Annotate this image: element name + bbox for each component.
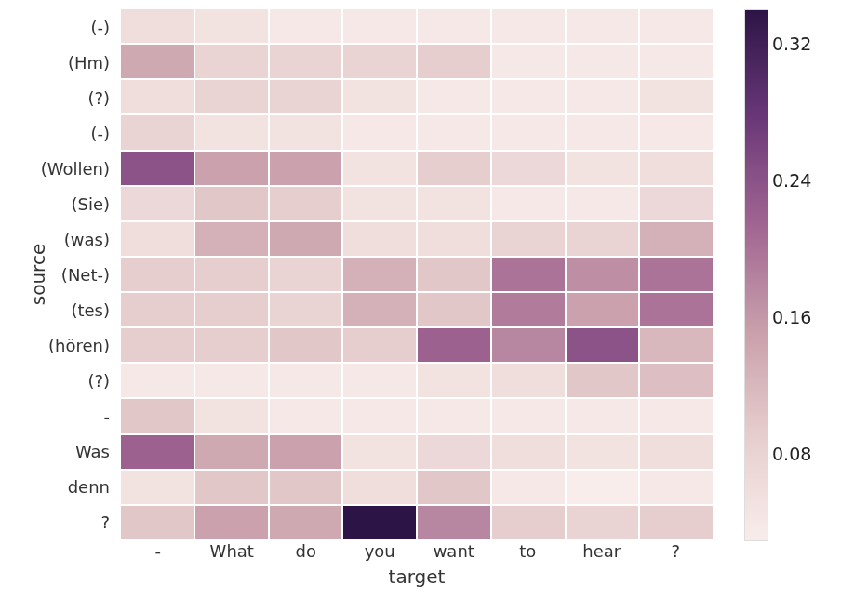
colorbar-tick-label: 0.32 (772, 33, 811, 54)
heatmap-cell (270, 399, 342, 433)
heatmap-cell (492, 399, 565, 433)
heatmap-cell (418, 187, 490, 220)
heatmap-cell (492, 187, 565, 220)
y-tick-label: (was) (0, 221, 115, 257)
heatmap-cell (195, 115, 268, 149)
heatmap-cell (121, 9, 194, 43)
heatmap-cell (343, 258, 416, 291)
y-tick-label: (-) (0, 115, 115, 151)
heatmap-cell (640, 399, 713, 433)
heatmap-cell (492, 471, 565, 504)
heatmap-cell (418, 115, 490, 149)
heatmap-cell (343, 471, 416, 504)
colorbar-tick-label: 0.24 (772, 170, 811, 191)
heatmap-cell (640, 506, 713, 539)
heatmap-cell (567, 258, 639, 291)
heatmap-cell (270, 293, 342, 326)
heatmap-cell (418, 258, 490, 291)
heatmap-cell (640, 364, 713, 397)
y-tick-label: (tes) (0, 292, 115, 327)
heatmap-cell (567, 152, 639, 185)
x-tick-label: to (491, 541, 566, 561)
y-tick-label: Was (0, 433, 115, 469)
heatmap-cell (270, 471, 342, 504)
heatmap-cell (492, 9, 565, 43)
heatmap-cell (640, 80, 713, 113)
heatmap-cell (418, 364, 490, 397)
heatmap-cell (121, 45, 194, 78)
colorbar-tick-label: 0.08 (772, 444, 811, 464)
heatmap-cell (121, 471, 194, 504)
y-tick-label: ? (0, 504, 115, 539)
heatmap-cell (567, 222, 639, 256)
heatmap-cell (567, 471, 639, 504)
heatmap-cell (640, 152, 713, 185)
colorbar-tick-label: 0.16 (772, 307, 811, 327)
heatmap-cell (640, 328, 713, 362)
heatmap-cell (343, 115, 416, 149)
y-tick-label: (-) (0, 9, 115, 45)
x-tick-label: - (121, 541, 195, 561)
heatmap-cell (492, 152, 565, 185)
x-tick-label: ? (639, 541, 714, 561)
heatmap-cell (270, 364, 342, 397)
heatmap-cell (121, 258, 194, 291)
heatmap-cell (418, 152, 490, 185)
x-tick-label: want (417, 541, 491, 561)
heatmap-cell (270, 328, 342, 362)
plot-area (121, 9, 713, 539)
heatmap-cell (418, 293, 490, 326)
heatmap-cell (270, 187, 342, 220)
heatmap-cell (270, 506, 342, 539)
heatmap-cell (343, 45, 416, 78)
heatmap-cell (492, 435, 565, 469)
attention-heatmap-chart: (-)(Hm)(?)(-)(Wollen)(Sie)(was)(Net-)(te… (0, 0, 868, 599)
heatmap-cell (343, 506, 416, 539)
y-tick-label: - (0, 398, 115, 433)
x-tick-label: What (195, 541, 270, 561)
y-tick-label: denn (0, 469, 115, 504)
heatmap-cell (492, 45, 565, 78)
heatmap-cell (121, 115, 194, 149)
heatmap-cell (195, 222, 268, 256)
heatmap-cell (418, 222, 490, 256)
heatmap-cell (270, 435, 342, 469)
heatmap-cell (121, 364, 194, 397)
heatmap-cell (121, 435, 194, 469)
heatmap-cell (492, 80, 565, 113)
y-tick-label: (Hm) (0, 45, 115, 80)
x-tick-label: you (343, 541, 418, 561)
heatmap-cell (195, 293, 268, 326)
y-axis-label: source (27, 244, 49, 305)
heatmap-grid (121, 9, 713, 539)
heatmap-cell (195, 506, 268, 539)
heatmap-cell (492, 222, 565, 256)
heatmap-cell (640, 222, 713, 256)
x-tick-label: do (269, 541, 343, 561)
heatmap-cell (195, 45, 268, 78)
heatmap-cell (343, 293, 416, 326)
y-tick-label: (?) (0, 363, 115, 398)
heatmap-cell (492, 364, 565, 397)
heatmap-cell (343, 80, 416, 113)
heatmap-cell (121, 293, 194, 326)
heatmap-cell (640, 9, 713, 43)
heatmap-cell (640, 293, 713, 326)
heatmap-cell (640, 435, 713, 469)
heatmap-cell (121, 399, 194, 433)
heatmap-cell (343, 399, 416, 433)
heatmap-cell (567, 506, 639, 539)
heatmap-cell (195, 435, 268, 469)
heatmap-cell (270, 80, 342, 113)
heatmap-cell (270, 9, 342, 43)
heatmap-cell (418, 399, 490, 433)
y-tick-label: (?) (0, 80, 115, 115)
heatmap-cell (343, 364, 416, 397)
x-axis-label: target (121, 566, 713, 588)
y-tick-label: (Wollen) (0, 151, 115, 186)
heatmap-cell (640, 115, 713, 149)
heatmap-cell (195, 80, 268, 113)
heatmap-cell (567, 80, 639, 113)
heatmap-cell (121, 187, 194, 220)
heatmap-cell (567, 187, 639, 220)
